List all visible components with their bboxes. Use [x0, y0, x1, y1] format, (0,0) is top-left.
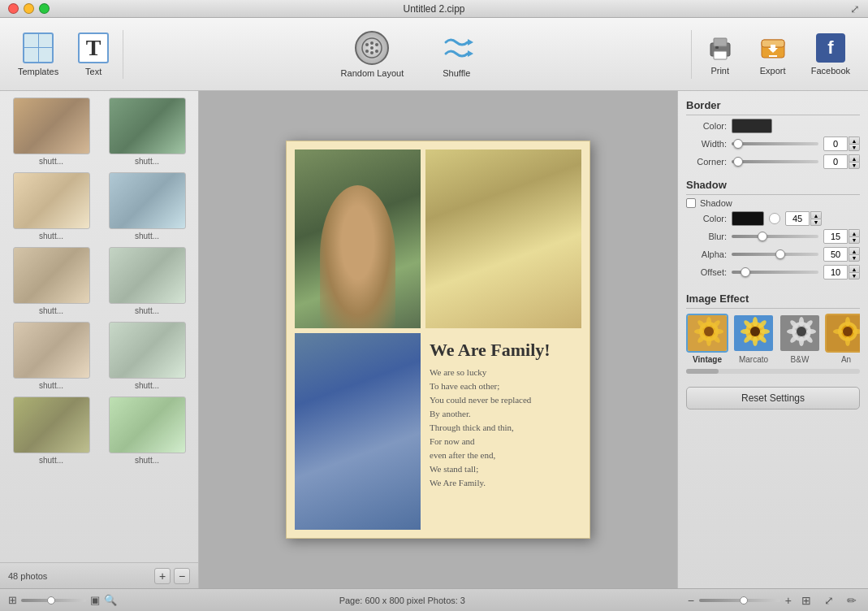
effect-scrollbar[interactable] — [686, 369, 860, 374]
canvas-photo-3[interactable] — [295, 333, 421, 530]
remove-photo-button[interactable]: − — [174, 568, 190, 584]
list-item[interactable]: shutt... — [102, 322, 192, 390]
photo-thumbnail — [109, 98, 186, 154]
print-button[interactable]: Print — [696, 29, 745, 80]
shuffle-label: Shuffle — [443, 68, 470, 78]
svg-point-22 — [706, 317, 711, 327]
list-item[interactable]: shutt... — [102, 172, 192, 240]
list-item[interactable]: shutt... — [102, 396, 192, 465]
effect-label-marcato: Marcato — [739, 355, 768, 364]
canvas-photo-2[interactable] — [425, 150, 581, 328]
list-item[interactable]: shutt... — [6, 98, 96, 166]
canvas-text-area[interactable]: We Are Family! We are so lucky To have e… — [425, 333, 581, 530]
shadow-offset-slider[interactable] — [732, 271, 818, 274]
border-divider — [686, 115, 860, 115]
border-corner-up[interactable]: ▲ — [849, 154, 860, 162]
expand-icon[interactable]: ⤢ — [850, 2, 860, 15]
left-zoom-slider[interactable] — [21, 599, 86, 602]
effect-an[interactable]: An — [825, 314, 860, 364]
window-controls[interactable] — [8, 3, 50, 14]
border-width-value[interactable]: 0 — [823, 136, 848, 151]
shadow-blur-slider[interactable] — [732, 235, 818, 238]
right-panel: Border Color: Width: 0 ▲ ▼ — [677, 91, 868, 588]
single-view-icon[interactable]: ▣ — [90, 594, 100, 606]
svg-point-58 — [845, 317, 850, 327]
svg-rect-17 — [771, 45, 775, 51]
slider-thumb[interactable] — [733, 157, 743, 167]
layout-grid-icon[interactable]: ⊞ — [798, 592, 814, 609]
border-corner-down[interactable]: ▼ — [849, 162, 860, 169]
effect-label-vintage: Vintage — [693, 355, 722, 364]
list-item[interactable]: shutt... — [6, 247, 96, 315]
grid-view-icon[interactable]: ⊞ — [8, 594, 17, 606]
svg-rect-12 — [714, 51, 727, 59]
shadow-color-swatch[interactable] — [732, 211, 764, 226]
border-corner-value[interactable]: 0 — [823, 154, 848, 169]
canvas-photo-1[interactable] — [295, 150, 421, 328]
photo-scroll-area[interactable]: shutt... shutt... shutt... shutt... shut… — [0, 91, 198, 562]
shuffle-button[interactable]: Shuffle — [430, 27, 483, 82]
zoom-slider[interactable] — [699, 599, 780, 602]
add-photo-button[interactable]: + — [154, 568, 171, 584]
photo-label: shutt... — [135, 157, 159, 166]
svg-point-47 — [799, 336, 804, 346]
border-width-down[interactable]: ▼ — [849, 144, 860, 151]
minimize-button[interactable] — [24, 3, 34, 14]
list-item[interactable]: shutt... — [6, 322, 96, 390]
facebook-button[interactable]: f Facebook — [801, 29, 860, 80]
page-canvas[interactable]: We Are Family! We are so lucky To have e… — [286, 141, 590, 539]
slider-thumb[interactable] — [741, 267, 750, 277]
list-item[interactable]: shutt... — [102, 98, 192, 166]
shadow-blur-value[interactable]: 15 — [823, 229, 848, 244]
border-width-slider[interactable] — [732, 142, 818, 145]
list-item[interactable]: shutt... — [102, 247, 192, 315]
close-button[interactable] — [8, 3, 19, 14]
zoom-plus[interactable]: + — [785, 594, 792, 607]
shadow-blur-down[interactable]: ▼ — [849, 236, 860, 244]
shadow-alpha-slider[interactable] — [732, 253, 818, 256]
shadow-alpha-value[interactable]: 50 — [823, 247, 848, 262]
effect-vintage[interactable]: Vintage — [686, 314, 728, 364]
templates-button[interactable]: Templates — [8, 28, 68, 80]
photo-label: shutt... — [39, 306, 63, 315]
list-item[interactable]: shutt... — [6, 172, 96, 240]
shadow-opacity-up[interactable]: ▲ — [810, 211, 822, 219]
zoom-thumb[interactable] — [740, 596, 748, 604]
maximize-button[interactable] — [39, 3, 50, 14]
fit-icon[interactable]: ⤢ — [821, 592, 837, 609]
random-layout-button[interactable]: Random Layout — [331, 27, 414, 82]
left-zoom-thumb[interactable] — [47, 596, 55, 604]
text-button[interactable]: T Text — [68, 28, 119, 80]
reset-settings-button[interactable]: Reset Settings — [686, 387, 860, 410]
shadow-checkbox[interactable] — [686, 198, 696, 208]
border-width-stepper: 0 ▲ ▼ — [823, 136, 860, 151]
svg-point-42 — [750, 327, 760, 336]
effect-marcato[interactable]: Marcato — [732, 314, 775, 364]
edit-icon[interactable]: ✏ — [844, 592, 860, 609]
effect-scrollbar-thumb[interactable] — [686, 369, 719, 374]
shadow-alpha-up[interactable]: ▲ — [849, 247, 860, 254]
zoom-search-icon[interactable]: 🔍 — [104, 594, 117, 606]
print-label: Print — [710, 66, 729, 76]
border-corner-slider[interactable] — [732, 160, 818, 163]
effect-bw[interactable]: B&W — [779, 314, 821, 364]
shadow-offset-value[interactable]: 10 — [823, 265, 848, 280]
slider-thumb[interactable] — [758, 232, 767, 241]
export-button[interactable]: Export — [749, 29, 797, 80]
zoom-minus[interactable]: − — [688, 594, 694, 607]
shadow-opacity-value[interactable]: 45 — [785, 211, 810, 226]
slider-thumb[interactable] — [775, 249, 785, 259]
facebook-label: Facebook — [811, 66, 850, 76]
slider-thumb[interactable] — [733, 139, 743, 149]
shadow-offset-down[interactable]: ▼ — [849, 272, 860, 280]
border-color-swatch[interactable] — [732, 119, 772, 133]
photo-label: shutt... — [135, 381, 159, 390]
shadow-alpha-down[interactable]: ▼ — [849, 254, 860, 262]
shadow-offset-up[interactable]: ▲ — [849, 265, 860, 272]
shadow-opacity-down[interactable]: ▼ — [810, 219, 822, 226]
list-item[interactable]: shutt... — [6, 396, 96, 465]
toolbar-divider-1 — [123, 30, 123, 79]
shadow-checkbox-row: Shadow — [686, 198, 860, 208]
shadow-blur-up[interactable]: ▲ — [849, 229, 860, 236]
border-width-up[interactable]: ▲ — [849, 136, 860, 144]
